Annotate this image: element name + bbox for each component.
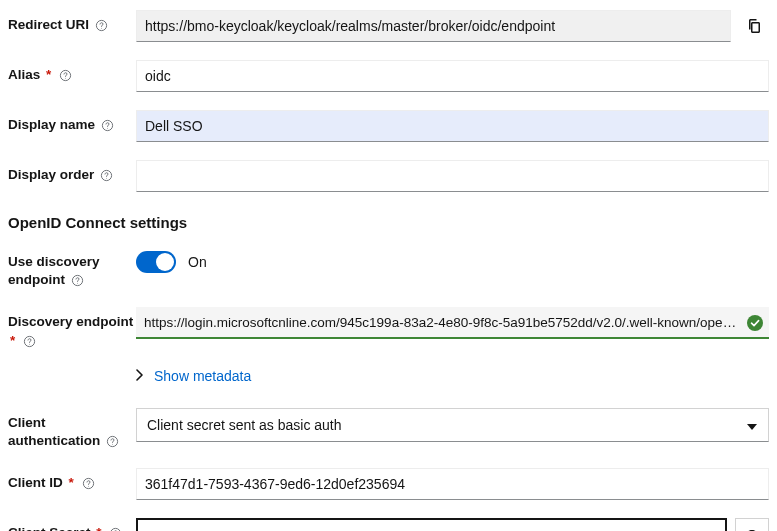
discovery-endpoint-input[interactable] xyxy=(136,307,769,339)
help-icon[interactable] xyxy=(71,274,84,287)
svg-point-13 xyxy=(112,444,113,445)
redirect-uri-input[interactable] xyxy=(136,10,731,42)
svg-point-9 xyxy=(77,283,78,284)
valid-check-icon xyxy=(747,315,763,331)
caret-down-icon xyxy=(747,417,757,433)
row-display-name: Display name xyxy=(8,110,769,142)
help-icon[interactable] xyxy=(100,169,113,182)
svg-point-11 xyxy=(29,343,30,344)
row-client-auth: Client authentication Client secret sent… xyxy=(8,408,769,450)
label-text: Redirect URI xyxy=(8,17,89,32)
label-client-id: Client ID * xyxy=(8,468,136,492)
client-id-input[interactable] xyxy=(136,468,769,500)
section-title-openid: OpenID Connect settings xyxy=(8,214,769,231)
display-name-input[interactable] xyxy=(136,110,769,142)
help-icon[interactable] xyxy=(106,435,119,448)
label-text: Display name xyxy=(8,117,95,132)
label-text: Use discovery endpoint xyxy=(8,254,100,287)
show-metadata-link: Show metadata xyxy=(154,368,251,384)
label-alias: Alias * xyxy=(8,60,136,84)
required-marker: * xyxy=(69,475,74,490)
client-secret-input[interactable] xyxy=(136,518,727,531)
label-text: Client Secret xyxy=(8,525,91,531)
alias-input[interactable] xyxy=(136,60,769,92)
label-client-auth: Client authentication xyxy=(8,408,136,450)
row-discovery-endpoint: Discovery endpoint * xyxy=(8,307,769,349)
display-order-input[interactable] xyxy=(136,160,769,192)
label-redirect-uri: Redirect URI xyxy=(8,10,136,34)
row-display-order: Display order xyxy=(8,160,769,192)
row-use-discovery: Use discovery endpoint On xyxy=(8,247,769,289)
label-display-name: Display name xyxy=(8,110,136,134)
label-use-discovery: Use discovery endpoint xyxy=(8,247,136,289)
show-metadata-toggle[interactable]: Show metadata xyxy=(136,368,769,384)
label-text: Alias xyxy=(8,67,40,82)
copy-button[interactable] xyxy=(739,10,769,42)
svg-point-1 xyxy=(101,28,102,29)
help-icon[interactable] xyxy=(101,119,114,132)
chevron-right-icon xyxy=(136,368,144,384)
reveal-secret-button[interactable] xyxy=(735,518,769,531)
help-icon[interactable] xyxy=(82,477,95,490)
required-marker: * xyxy=(10,333,15,348)
svg-point-15 xyxy=(88,486,89,487)
svg-point-5 xyxy=(107,128,108,129)
label-discovery-endpoint: Discovery endpoint * xyxy=(8,307,136,349)
label-client-secret: Client Secret * xyxy=(8,518,136,531)
svg-point-7 xyxy=(106,178,107,179)
help-icon[interactable] xyxy=(59,69,72,82)
label-display-order: Display order xyxy=(8,160,136,184)
label-text: Client ID xyxy=(8,475,63,490)
label-text: Display order xyxy=(8,167,94,182)
row-client-id: Client ID * xyxy=(8,468,769,500)
row-alias: Alias * xyxy=(8,60,769,92)
help-icon[interactable] xyxy=(109,527,122,531)
use-discovery-toggle[interactable] xyxy=(136,251,176,273)
help-icon[interactable] xyxy=(23,335,36,348)
label-text: Client authentication xyxy=(8,415,100,448)
row-redirect-uri: Redirect URI xyxy=(8,10,769,42)
required-marker: * xyxy=(96,525,101,531)
help-icon[interactable] xyxy=(95,19,108,32)
client-auth-select[interactable]: Client secret sent as basic auth xyxy=(136,408,769,442)
label-text: Discovery endpoint xyxy=(8,314,133,329)
select-value: Client secret sent as basic auth xyxy=(147,417,342,433)
svg-point-3 xyxy=(65,78,66,79)
row-client-secret: Client Secret * xyxy=(8,518,769,531)
required-marker: * xyxy=(46,67,51,82)
toggle-state-label: On xyxy=(188,254,207,270)
